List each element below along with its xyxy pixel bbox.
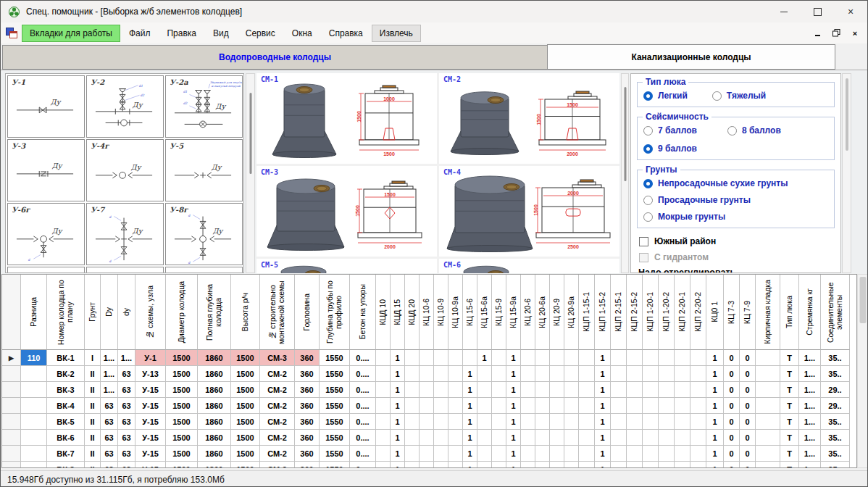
cell[interactable]: 0 (740, 430, 756, 446)
cell[interactable]: 360 (295, 414, 320, 430)
cell[interactable] (21, 430, 47, 446)
cell[interactable]: 1 (706, 366, 724, 382)
col-header[interactable]: КЦП 1-15-1 (579, 275, 595, 350)
cell[interactable] (675, 430, 690, 446)
cell[interactable]: II (85, 366, 101, 382)
cell[interactable]: 1 (506, 462, 521, 468)
cell[interactable]: 360 (295, 350, 320, 366)
cell[interactable] (690, 414, 706, 430)
col-header[interactable]: КЦП 2-20-2 (690, 275, 706, 350)
cell[interactable] (690, 462, 706, 468)
cell[interactable] (420, 398, 434, 414)
cell[interactable]: 35.. (821, 350, 850, 366)
cell[interactable]: 1 (506, 398, 521, 414)
mdi-restore-button[interactable] (831, 28, 841, 38)
cell[interactable] (448, 382, 463, 398)
cell[interactable] (611, 398, 627, 414)
cell[interactable] (756, 414, 780, 430)
cell[interactable] (579, 398, 595, 414)
row-selector[interactable]: ▶ (2, 350, 21, 366)
cell[interactable]: 0 (740, 462, 756, 468)
cell[interactable] (477, 414, 492, 430)
cell[interactable] (477, 430, 492, 446)
cell[interactable]: 1550 (320, 398, 350, 414)
cell[interactable]: 1 (595, 446, 611, 462)
cell[interactable]: У-15 (135, 430, 166, 446)
wells-scrollbar[interactable] (621, 73, 629, 273)
cell[interactable] (521, 462, 535, 468)
cell[interactable] (463, 350, 477, 366)
cell[interactable] (376, 414, 391, 430)
col-header[interactable]: Диаметр колодца (166, 275, 198, 350)
row-selector[interactable] (2, 366, 21, 382)
cell[interactable]: 1 (463, 366, 477, 382)
cell[interactable]: 1... (799, 430, 821, 446)
col-header[interactable]: КЦ 20-6а (535, 275, 550, 350)
cell[interactable]: ВК-2 (47, 366, 85, 382)
cell[interactable] (756, 398, 780, 414)
cell[interactable] (550, 446, 564, 462)
cell[interactable]: 1... (799, 350, 821, 366)
col-header[interactable]: КЦ 7-9 (740, 275, 756, 350)
cell[interactable]: 63 (101, 430, 118, 446)
cell[interactable] (405, 398, 420, 414)
cell[interactable]: 1550 (320, 350, 350, 366)
cell[interactable]: 0 (740, 382, 756, 398)
cell[interactable] (627, 382, 643, 398)
cell[interactable]: 1 (463, 382, 477, 398)
cell[interactable] (550, 366, 564, 382)
cell[interactable]: II (85, 382, 101, 398)
col-header[interactable]: dy (118, 275, 135, 350)
cell[interactable] (535, 414, 550, 430)
cell[interactable] (492, 350, 506, 366)
cell[interactable] (643, 382, 659, 398)
cell[interactable]: I (85, 350, 101, 366)
col-header[interactable]: КЦ 10-6 (420, 275, 434, 350)
well-card[interactable]: 200015002500СМ-4 (439, 166, 619, 257)
cell[interactable]: ВК-7 (47, 446, 85, 462)
radio-seismic-9[interactable]: 9 баллов (643, 143, 697, 154)
cell[interactable]: 360 (295, 382, 320, 398)
cell[interactable] (521, 414, 535, 430)
schematic-cell[interactable]: dДуУ-6г (7, 203, 85, 265)
minimize-button[interactable] (767, 1, 801, 22)
cell[interactable] (420, 414, 434, 430)
cell[interactable]: 35.. (821, 366, 850, 382)
cell[interactable]: Т (780, 398, 799, 414)
cell[interactable]: 1... (101, 382, 118, 398)
cell[interactable] (756, 350, 780, 366)
cell[interactable] (643, 430, 659, 446)
cell[interactable] (550, 414, 564, 430)
cell[interactable]: ВК-4 (47, 398, 85, 414)
cell[interactable]: СМ-2 (260, 446, 295, 462)
cell[interactable] (550, 382, 564, 398)
cell[interactable]: 1860 (198, 430, 231, 446)
cell[interactable] (448, 414, 463, 430)
schematic-cell[interactable]: ДуУ-3 (7, 139, 85, 201)
cell[interactable]: 1500 (166, 462, 198, 468)
cell[interactable]: 63 (118, 366, 135, 382)
schematic-cell[interactable]: ddДуУ-8г (165, 203, 243, 265)
cell[interactable] (521, 446, 535, 462)
cell[interactable] (477, 446, 492, 462)
cell[interactable] (376, 446, 391, 462)
cell[interactable] (434, 462, 448, 468)
row-selector[interactable] (2, 446, 21, 462)
cell[interactable] (659, 414, 675, 430)
cell[interactable]: 1 (706, 398, 724, 414)
cell[interactable]: 1 (706, 414, 724, 430)
cell[interactable] (448, 366, 463, 382)
cell[interactable] (521, 382, 535, 398)
cell[interactable]: 1 (595, 414, 611, 430)
cell[interactable]: II (85, 462, 101, 468)
cell[interactable] (434, 366, 448, 382)
cell[interactable] (434, 398, 448, 414)
cell[interactable]: 63 (101, 414, 118, 430)
cell[interactable] (564, 446, 579, 462)
cell[interactable] (690, 366, 706, 382)
cell[interactable]: Т (780, 430, 799, 446)
cell[interactable]: СМ-3 (260, 350, 295, 366)
cell[interactable]: У-13 (135, 366, 166, 382)
cell[interactable] (690, 398, 706, 414)
cell[interactable]: Т (780, 462, 799, 468)
